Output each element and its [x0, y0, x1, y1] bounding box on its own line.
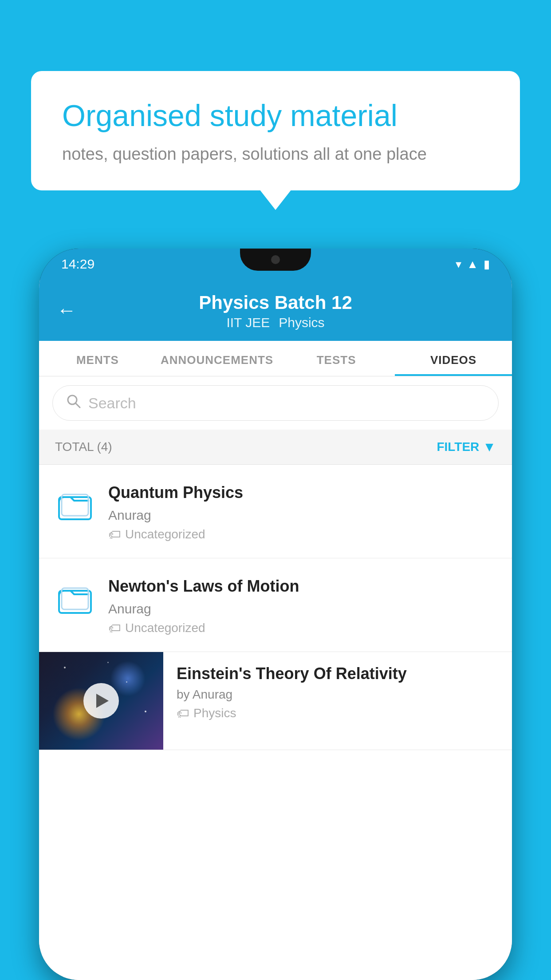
wifi-icon: ▾	[456, 257, 461, 271]
tag-icon: 🏷	[177, 706, 189, 721]
folder-icon	[57, 487, 93, 523]
list-item[interactable]: Einstein's Theory Of Relativity by Anura…	[39, 652, 512, 750]
video-info: Newton's Laws of Motion Anurag 🏷 Uncateg…	[108, 574, 496, 636]
video-author: Anurag	[108, 601, 496, 616]
total-count: TOTAL (4)	[55, 440, 112, 454]
list-item[interactable]: Quantum Physics Anurag 🏷 Uncategorized	[39, 465, 512, 558]
tab-videos[interactable]: VIDEOS	[395, 341, 512, 376]
video-tag: 🏷 Uncategorized	[108, 527, 496, 542]
filter-icon: ▼	[483, 439, 496, 454]
speech-bubble-container: Organised study material notes, question…	[31, 71, 520, 190]
signal-icon: ▲	[467, 257, 478, 271]
folder-icon	[57, 581, 93, 616]
tag-text: Uncategorized	[125, 621, 205, 635]
play-button[interactable]	[83, 683, 119, 719]
phone-frame: 14:29 ▾ ▲ ▮ ← Physics Batch 12 IIT JEE P…	[39, 249, 512, 980]
filter-bar: TOTAL (4) FILTER ▼	[39, 430, 512, 465]
tabs-bar: MENTS ANNOUNCEMENTS TESTS VIDEOS	[39, 341, 512, 376]
filter-label: FILTER	[437, 440, 479, 454]
tab-tests[interactable]: TESTS	[278, 341, 395, 376]
video-info: Quantum Physics Anurag 🏷 Uncategorized	[108, 481, 496, 542]
video-thumbnail	[39, 652, 163, 750]
phone-content: ← Physics Batch 12 IIT JEE Physics MENTS…	[39, 280, 512, 980]
video-list: Quantum Physics Anurag 🏷 Uncategorized	[39, 465, 512, 980]
tag-icon: 🏷	[108, 527, 121, 542]
camera-dot	[271, 255, 280, 264]
status-time: 14:29	[61, 257, 94, 272]
header-subtitle: IIT JEE Physics	[226, 315, 324, 330]
status-bar: 14:29 ▾ ▲ ▮	[39, 249, 512, 280]
app-header: ← Physics Batch 12 IIT JEE Physics	[39, 280, 512, 341]
notch	[240, 249, 311, 271]
list-item[interactable]: Newton's Laws of Motion Anurag 🏷 Uncateg…	[39, 558, 512, 652]
tab-ments[interactable]: MENTS	[39, 341, 156, 376]
video-title: Quantum Physics	[108, 482, 496, 503]
play-icon	[96, 694, 109, 708]
search-icon	[66, 394, 81, 412]
header-subtitle-subject: Physics	[279, 315, 324, 330]
search-bar[interactable]: Search	[52, 385, 499, 421]
video-title: Einstein's Theory Of Relativity	[177, 664, 499, 683]
video-title: Newton's Laws of Motion	[108, 576, 496, 597]
search-container: Search	[39, 376, 512, 430]
folder-icon-wrapper	[55, 481, 95, 530]
filter-button[interactable]: FILTER ▼	[437, 439, 496, 454]
status-icons: ▾ ▲ ▮	[456, 257, 490, 271]
tab-announcements[interactable]: ANNOUNCEMENTS	[156, 341, 278, 376]
video-info: Einstein's Theory Of Relativity by Anura…	[163, 652, 512, 733]
bubble-title: Organised study material	[62, 98, 489, 134]
video-author: Anurag	[108, 508, 496, 523]
tag-text: Physics	[193, 706, 236, 720]
back-button[interactable]: ←	[57, 299, 76, 321]
bubble-subtitle: notes, question papers, solutions all at…	[62, 145, 489, 164]
battery-icon: ▮	[484, 257, 490, 271]
tag-text: Uncategorized	[125, 527, 205, 541]
speech-bubble: Organised study material notes, question…	[31, 71, 520, 190]
video-tag: 🏷 Uncategorized	[108, 621, 496, 636]
svg-line-1	[75, 403, 80, 407]
video-tag: 🏷 Physics	[177, 706, 499, 721]
folder-icon-wrapper	[55, 574, 95, 623]
header-subtitle-batch: IIT JEE	[226, 315, 270, 330]
tag-icon: 🏷	[108, 621, 121, 636]
header-title: Physics Batch 12	[199, 292, 352, 313]
video-author: by Anurag	[177, 688, 499, 702]
search-placeholder: Search	[88, 395, 136, 412]
